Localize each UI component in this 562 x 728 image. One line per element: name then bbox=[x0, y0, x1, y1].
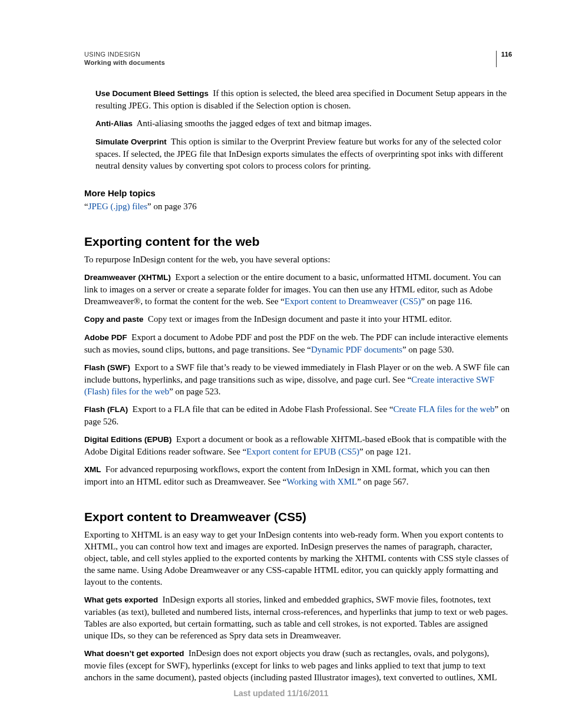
item-fla: Flash (FLA) Export to a FLA file that ca… bbox=[84, 403, 512, 427]
option-overprint: Simulate Overprint This option is simila… bbox=[95, 136, 512, 172]
term-label: Use Document Bleed Settings bbox=[95, 89, 209, 98]
what-gets-exported: What gets exported InDesign exports all … bbox=[84, 594, 512, 641]
item-epub: Digital Editions (EPUB) Export a documen… bbox=[84, 433, 512, 457]
section-title: Working with documents bbox=[84, 59, 512, 66]
term-label: Adobe PDF bbox=[84, 333, 127, 342]
option-bleed: Use Document Bleed Settings If this opti… bbox=[95, 87, 512, 111]
link-epub[interactable]: Export content for EPUB (CS5) bbox=[246, 447, 359, 456]
item-copypaste: Copy and paste Copy text or images from … bbox=[84, 313, 512, 325]
link-export-dreamweaver[interactable]: Export content to Dreamweaver (CS5) bbox=[285, 297, 421, 306]
link-jpeg-files[interactable]: JPEG (.jpg) files bbox=[88, 202, 147, 211]
term-label: Simulate Overprint bbox=[95, 137, 167, 146]
page-number: 116 bbox=[496, 51, 512, 67]
intro-export-dreamweaver: Exporting to XHTML is an easy way to get… bbox=[84, 529, 512, 588]
running-header: USING INDESIGN Working with documents bbox=[84, 51, 512, 66]
term-label: Anti-Alias bbox=[95, 119, 133, 128]
doc-title: USING INDESIGN bbox=[84, 51, 512, 58]
term-label: Flash (SWF) bbox=[84, 363, 130, 372]
item-xml: XML For advanced repurposing workflows, … bbox=[84, 463, 512, 487]
term-label: XML bbox=[84, 465, 101, 474]
term-label: Digital Editions (EPUB) bbox=[84, 435, 172, 444]
term-label: What doesn’t get exported bbox=[84, 649, 184, 658]
term-label: What gets exported bbox=[84, 595, 158, 604]
link-dynamic-pdf[interactable]: Dynamic PDF documents bbox=[311, 345, 402, 354]
link-working-xml[interactable]: Working with XML bbox=[287, 477, 358, 486]
term-label: Dreamweaver (XHTML) bbox=[84, 273, 171, 282]
more-help-heading: More Help topics bbox=[84, 188, 512, 198]
what-doesnt-get-exported: What doesn’t get exported InDesign does … bbox=[84, 647, 512, 683]
item-dreamweaver: Dreamweaver (XHTML) Export a selection o… bbox=[84, 271, 512, 307]
item-swf: Flash (SWF) Export to a SWF file that’s … bbox=[84, 361, 512, 397]
heading-export-web: Exporting content for the web bbox=[84, 235, 512, 249]
term-label: Flash (FLA) bbox=[84, 405, 128, 414]
link-fla-files[interactable]: Create FLA files for the web bbox=[394, 404, 495, 414]
heading-export-dreamweaver: Export content to Dreamweaver (CS5) bbox=[84, 510, 512, 524]
last-updated-footer: Last updated 11/16/2011 bbox=[0, 689, 562, 698]
intro-export-web: To repurpose InDesign content for the we… bbox=[84, 253, 512, 265]
more-help-link-line: “JPEG (.jpg) files” on page 376 bbox=[84, 200, 512, 212]
option-antialias: Anti-Alias Anti-aliasing smooths the jag… bbox=[95, 117, 512, 130]
term-label: Copy and paste bbox=[84, 315, 144, 324]
item-pdf: Adobe PDF Export a document to Adobe PDF… bbox=[84, 331, 512, 355]
